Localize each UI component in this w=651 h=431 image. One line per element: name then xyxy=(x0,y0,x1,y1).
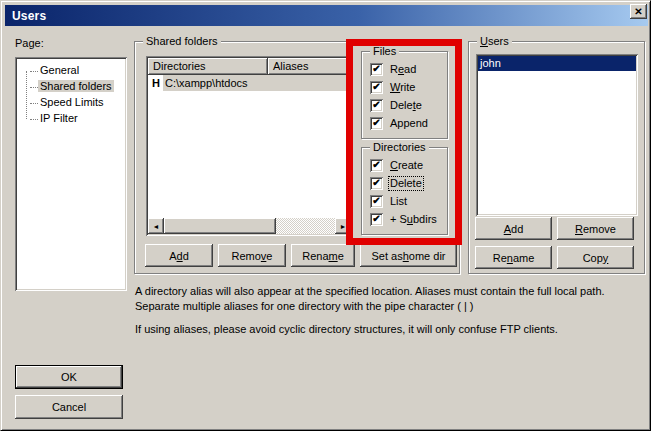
copy-user-button[interactable]: Copy xyxy=(557,246,634,269)
checkbox-dirs-subdirs[interactable]: ✔ + Subdirs xyxy=(370,213,438,226)
page-tree: General Shared folders Speed Limits IP F… xyxy=(15,57,127,291)
home-marker: H xyxy=(148,75,163,91)
shared-folders-group: Shared folders Directories Aliases H C:\… xyxy=(134,41,460,274)
scroll-right-icon[interactable]: ► xyxy=(335,218,351,234)
horizontal-scrollbar[interactable]: ◄ ► xyxy=(148,218,351,234)
ok-button[interactable]: OK xyxy=(15,365,123,389)
scrollbar-thumb[interactable] xyxy=(164,218,276,234)
tree-item-general[interactable]: General xyxy=(19,63,123,79)
users-listbox[interactable]: john xyxy=(476,54,638,216)
window-title: Users xyxy=(12,9,46,23)
alias-info-paragraph-2: If using aliases, please avoid cyclic di… xyxy=(135,322,643,337)
checkbox-icon[interactable]: ✔ xyxy=(370,117,383,130)
remove-user-button[interactable]: Remove xyxy=(557,217,634,240)
column-header-aliases[interactable]: Aliases xyxy=(268,58,351,75)
checkbox-files-delete[interactable]: ✔ Delete xyxy=(370,99,429,112)
tree-item-ip-filter[interactable]: IP Filter xyxy=(19,111,123,127)
checkbox-icon[interactable]: ✔ xyxy=(370,159,383,172)
checkbox-files-write[interactable]: ✔ Write xyxy=(370,81,429,94)
checkbox-icon[interactable]: ✔ xyxy=(370,99,383,112)
scrollbar-track[interactable] xyxy=(276,218,335,234)
remove-folder-button[interactable]: Remove xyxy=(218,244,286,267)
checkbox-dirs-delete[interactable]: ✔ Delete xyxy=(370,177,438,190)
user-list-item[interactable]: john xyxy=(478,56,636,71)
checkbox-icon[interactable]: ✔ xyxy=(370,177,383,190)
users-group-label: Users xyxy=(477,35,512,48)
tree-item-shared-folders[interactable]: Shared folders xyxy=(19,79,123,95)
add-folder-button[interactable]: Add xyxy=(145,244,213,267)
checkbox-files-append[interactable]: ✔ Append xyxy=(370,117,429,130)
title-bar: Users xyxy=(5,5,648,26)
checkbox-dirs-create[interactable]: ✔ Create xyxy=(370,159,438,172)
files-permissions-group: Files ✔ Read ✔ Write ✔ Delete ✔ Append xyxy=(361,51,448,139)
checkbox-dirs-list[interactable]: ✔ List xyxy=(370,195,438,208)
add-user-button[interactable]: Add xyxy=(475,217,552,240)
rename-user-button[interactable]: Rename xyxy=(475,246,552,269)
users-dialog: Users ✕ Page: General Shared folders Spe… xyxy=(0,0,651,431)
cancel-button[interactable]: Cancel xyxy=(15,395,123,419)
listview-header: Directories Aliases xyxy=(148,58,351,75)
rename-folder-button[interactable]: Rename xyxy=(291,244,355,267)
column-header-directories[interactable]: Directories xyxy=(148,58,268,75)
files-group-label: Files xyxy=(370,45,399,58)
close-icon[interactable]: ✕ xyxy=(630,4,647,19)
checkbox-icon[interactable]: ✔ xyxy=(370,195,383,208)
checkbox-icon[interactable]: ✔ xyxy=(370,63,383,76)
directory-path: C:\xampp\htdocs xyxy=(163,75,351,91)
set-as-home-dir-button[interactable]: Set as home dir xyxy=(360,244,457,267)
checkbox-icon[interactable]: ✔ xyxy=(370,213,383,226)
tree-item-speed-limits[interactable]: Speed Limits xyxy=(19,95,123,111)
scroll-left-icon[interactable]: ◄ xyxy=(148,218,164,234)
checkbox-files-read[interactable]: ✔ Read xyxy=(370,63,429,76)
users-group: Users john Add Remove Rename Copy xyxy=(468,41,645,274)
checkbox-icon[interactable]: ✔ xyxy=(370,81,383,94)
alias-info-paragraph-1: A directory alias will also appear at th… xyxy=(135,284,643,314)
directories-group-label: Directories xyxy=(370,141,429,154)
directories-permissions-group: Directories ✔ Create ✔ Delete ✔ List ✔ +… xyxy=(361,147,448,235)
directories-listview[interactable]: Directories Aliases H C:\xampp\htdocs ◄ … xyxy=(146,56,353,236)
alias-info-text: A directory alias will also appear at th… xyxy=(135,284,643,345)
page-label: Page: xyxy=(15,37,44,49)
shared-folders-group-label: Shared folders xyxy=(143,35,221,48)
directory-row[interactable]: H C:\xampp\htdocs xyxy=(148,75,351,91)
